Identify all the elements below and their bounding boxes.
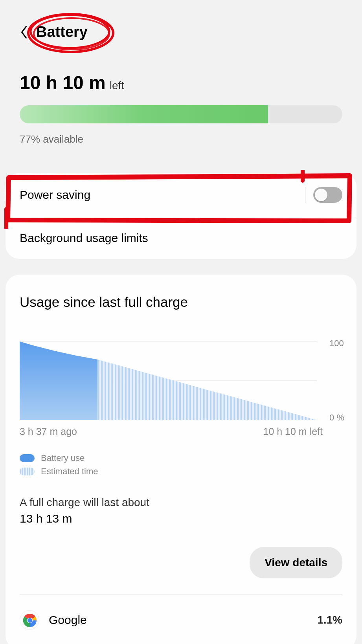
chart-legend: Battery use Estimated time	[20, 453, 342, 477]
back-icon[interactable]	[20, 25, 28, 39]
view-details-button[interactable]: View details	[250, 547, 342, 578]
toggle-thumb	[315, 189, 327, 201]
svg-point-11	[28, 618, 32, 623]
background-usage-limits-row[interactable]: Background usage limits	[6, 217, 356, 259]
usage-chart: 100 0 %	[20, 341, 342, 420]
y-max: 100	[329, 338, 344, 349]
chart-x-axis: 3 h 37 m ago 10 h 10 m left	[20, 426, 342, 437]
legend-swatch-solid-icon	[20, 454, 35, 462]
view-details-row: View details	[20, 547, 342, 578]
background-usage-limits-label: Background usage limits	[20, 231, 148, 245]
app-left: Google	[20, 610, 87, 630]
page-title: Battery	[36, 24, 88, 40]
full-charge-text: A full charge will last about	[20, 496, 342, 509]
battery-progress-fill	[20, 105, 268, 123]
app-usage-row[interactable]: Google 1.1%	[20, 606, 342, 630]
usage-title: Usage since last full charge	[20, 294, 342, 310]
chart-y-axis: 100 0 %	[329, 338, 344, 423]
power-saving-label: Power saving	[20, 188, 90, 202]
battery-progress-bar	[20, 105, 342, 123]
power-saving-row[interactable]: Power saving	[6, 173, 356, 217]
app-name: Google	[49, 613, 87, 627]
y-min: 0 %	[329, 413, 344, 423]
toggle-divider	[305, 187, 305, 203]
x-left: 3 h 37 m ago	[20, 426, 77, 437]
full-charge-time: 13 h 13 m	[20, 512, 342, 525]
time-remaining: 10 h 10 m left	[20, 72, 342, 94]
legend-estimated: Estimated time	[20, 466, 342, 477]
legend-battery-use: Battery use	[20, 453, 342, 463]
legend-estimated-label: Estimated time	[41, 466, 98, 477]
usage-card: Usage since last full charge 100 0 % 3 h…	[6, 275, 356, 644]
legend-swatch-striped-icon	[20, 468, 35, 475]
time-remaining-suffix: left	[110, 79, 124, 92]
time-remaining-value: 10 h 10 m	[20, 72, 106, 94]
battery-summary: 10 h 10 m left 77% available	[0, 56, 362, 157]
power-saving-toggle[interactable]	[313, 187, 342, 203]
app-percent: 1.1%	[317, 614, 342, 626]
settings-card: Power saving Background usage limits	[6, 173, 356, 259]
x-right: 10 h 10 m left	[263, 426, 323, 437]
legend-battery-label: Battery use	[41, 453, 85, 463]
percent-available: 77% available	[20, 133, 342, 145]
divider	[20, 594, 342, 594]
header: Battery	[0, 0, 362, 56]
power-saving-control	[305, 187, 342, 203]
google-icon	[20, 610, 39, 630]
